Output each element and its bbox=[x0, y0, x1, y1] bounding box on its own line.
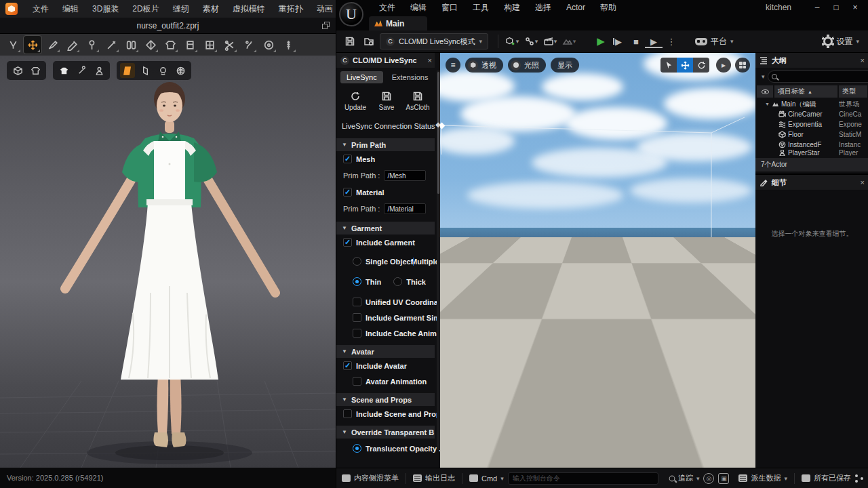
move-tool[interactable] bbox=[677, 58, 693, 73]
play-options-kebab[interactable]: ⋮ bbox=[663, 33, 680, 49]
select-tool-button[interactable] bbox=[4, 36, 22, 54]
show-dropdown[interactable]: 显示 bbox=[551, 58, 579, 73]
section-garment[interactable]: ▼ Garment bbox=[336, 222, 435, 235]
cut-tool-button[interactable] bbox=[220, 36, 238, 54]
md-menu-avatar[interactable]: 虚拟模特 bbox=[226, 0, 272, 18]
outliner-row-floor[interactable]: Floor StaticM bbox=[755, 129, 868, 140]
include-garment-sim-row[interactable]: Include Garment Simul bbox=[336, 310, 440, 325]
include-scene-row[interactable]: Include Scene and Prop bbox=[336, 406, 440, 422]
screenshot-icon[interactable]: ▣ bbox=[718, 473, 729, 484]
material-path-input[interactable] bbox=[384, 203, 426, 214]
show-2d-pattern-icon[interactable] bbox=[28, 63, 43, 78]
paint-tool-button[interactable] bbox=[63, 36, 81, 54]
show-3d-garment-icon[interactable] bbox=[10, 63, 25, 78]
expand-toolbar-icon[interactable]: ▸ bbox=[716, 58, 731, 73]
frame-skip-button[interactable]: ▶ bbox=[610, 33, 627, 49]
save-usd-button[interactable]: Save bbox=[373, 91, 400, 111]
details-header[interactable]: 细节 × bbox=[755, 175, 868, 190]
button-tool-button[interactable] bbox=[260, 36, 277, 54]
checkbox-checked-icon[interactable]: ✓ bbox=[343, 361, 352, 370]
radio-thick[interactable] bbox=[393, 277, 402, 286]
ue-menu-window[interactable]: 窗口 bbox=[434, 0, 465, 15]
outliner-search[interactable]: ▾ bbox=[768, 70, 868, 83]
pin-tool-button[interactable] bbox=[83, 36, 100, 54]
eject-button[interactable]: ▶ bbox=[645, 36, 663, 48]
lit-mode-dropdown[interactable]: 光照 bbox=[508, 58, 546, 73]
checkbox-checked-icon[interactable]: ✓ bbox=[343, 188, 352, 197]
garment-tool-button[interactable] bbox=[161, 36, 179, 54]
tab-main-level[interactable]: Main bbox=[369, 16, 427, 30]
sew-tool-button[interactable] bbox=[240, 36, 258, 54]
level-viewport[interactable]: z x ≡ 透视 光照 显示 bbox=[440, 53, 755, 468]
ue-menu-edit[interactable]: 编辑 bbox=[403, 0, 434, 15]
outliner-row-main[interactable]: ▼ Main（编辑 世界场 bbox=[755, 99, 868, 109]
landscape-button[interactable]: ▾ bbox=[561, 33, 577, 49]
maximize-button[interactable]: □ bbox=[827, 1, 846, 14]
cmd-dropdown[interactable]: Cmd ▾ bbox=[469, 474, 504, 483]
flatten-tool-button[interactable] bbox=[142, 36, 159, 54]
checkbox-unchecked-icon[interactable] bbox=[353, 329, 361, 338]
needle-tool-button[interactable] bbox=[102, 36, 120, 54]
close-icon[interactable]: × bbox=[428, 56, 432, 64]
platforms-dropdown[interactable]: 平台 ▾ bbox=[695, 36, 734, 47]
settings-dropdown[interactable]: 设置 ▾ bbox=[823, 36, 859, 47]
checkbox-unchecked-icon[interactable] bbox=[343, 409, 352, 418]
move-tool-button[interactable] bbox=[24, 36, 41, 54]
panel-splitter-handle[interactable]: ◆ bbox=[435, 121, 440, 128]
section-prim-path[interactable]: ▼ Prim Path bbox=[336, 138, 435, 151]
include-cache-anim-row[interactable]: Include Cache Animati bbox=[336, 325, 440, 341]
ue-menu-file[interactable]: 文件 bbox=[372, 0, 403, 15]
rotate-tool[interactable] bbox=[693, 58, 709, 73]
md-project-tab[interactable]: nurse_outfit2.zprj bbox=[136, 21, 199, 30]
show-fold-icon[interactable] bbox=[138, 63, 153, 78]
type-column[interactable]: 类型 bbox=[839, 85, 867, 98]
md-3d-viewport[interactable] bbox=[0, 56, 336, 468]
label-column[interactable]: 项目标签 ▲ bbox=[774, 85, 837, 98]
radio-translucent-opacity[interactable] bbox=[353, 444, 361, 453]
section-scene-props[interactable]: ▼ Scene and Props bbox=[336, 393, 435, 406]
md-menu-2d-pattern[interactable]: 2D板片 bbox=[125, 0, 165, 18]
brush-tool-button[interactable] bbox=[43, 36, 61, 54]
output-log-button[interactable]: 输出日志 bbox=[413, 473, 455, 483]
outliner-row-instanced[interactable]: InstancedF Instanc bbox=[755, 140, 868, 150]
revision-control-icon[interactable] bbox=[855, 474, 863, 483]
show-wireframe-icon[interactable] bbox=[173, 63, 188, 78]
checkbox-unchecked-icon[interactable] bbox=[353, 313, 361, 322]
float-window-icon[interactable] bbox=[322, 22, 330, 30]
material-checkbox-row[interactable]: ✓ Material bbox=[336, 184, 440, 200]
radio-thin[interactable] bbox=[353, 277, 361, 286]
show-head-icon[interactable] bbox=[155, 63, 170, 78]
ue-menu-select[interactable]: 选择 bbox=[528, 0, 559, 15]
browse-content-button[interactable] bbox=[361, 33, 377, 49]
mesh-path-input[interactable] bbox=[384, 170, 426, 181]
ascloth-button[interactable]: AsCloth bbox=[404, 91, 431, 111]
tab-livesync[interactable]: LiveSync bbox=[340, 71, 383, 83]
show-pins-icon[interactable] bbox=[74, 63, 89, 78]
update-button[interactable]: Update bbox=[342, 91, 369, 111]
translucent-opacity-row[interactable]: Translucent Opacity M. bbox=[336, 439, 440, 456]
perspective-dropdown[interactable]: 透视 bbox=[465, 58, 503, 73]
md-menu-edit[interactable]: 编辑 bbox=[56, 0, 85, 18]
grid-tool-button[interactable] bbox=[201, 36, 218, 54]
show-avatar-icon[interactable] bbox=[92, 63, 106, 78]
derived-data-dropdown[interactable]: 派生数据 ▾ bbox=[738, 473, 787, 483]
ue-menu-actor[interactable]: Actor bbox=[559, 0, 593, 15]
select-tool[interactable] bbox=[660, 58, 677, 73]
outliner-header[interactable]: 大纲 × bbox=[755, 53, 868, 68]
ue-menu-build[interactable]: 构建 bbox=[496, 0, 528, 15]
pattern-tool-button[interactable] bbox=[122, 36, 140, 54]
outliner-row-fog[interactable]: Exponentia Expone bbox=[755, 119, 868, 129]
quad-view-icon[interactable] bbox=[735, 58, 750, 73]
md-menu-animation[interactable]: 动画 bbox=[310, 0, 336, 18]
md-menu-file[interactable]: 文件 bbox=[26, 0, 56, 18]
add-actor-button[interactable]: ▾ bbox=[504, 33, 520, 49]
include-garment-row[interactable]: ✓ Include Garment bbox=[336, 235, 440, 250]
drape-tool-button[interactable] bbox=[181, 36, 199, 54]
object-mode-radio-row[interactable]: Single Object Multiple Ob bbox=[336, 250, 440, 269]
ue-menu-help[interactable]: 帮助 bbox=[593, 0, 624, 15]
include-avatar-row[interactable]: ✓ Include Avatar bbox=[336, 358, 440, 373]
outliner-search-input[interactable] bbox=[779, 73, 868, 81]
radio-single-object[interactable] bbox=[353, 257, 361, 266]
md-menu-material[interactable]: 素材 bbox=[196, 0, 226, 18]
thickness-radio-row[interactable]: Thin Thick bbox=[336, 269, 440, 289]
